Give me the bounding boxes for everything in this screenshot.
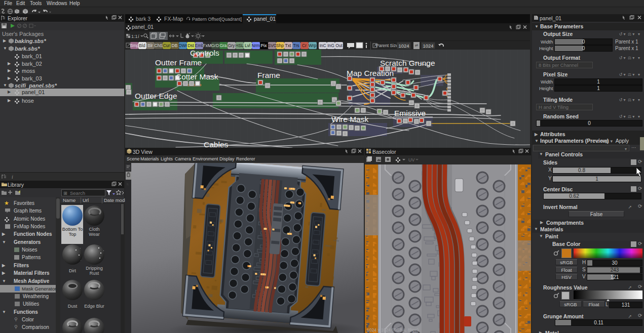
- svg-text:i: i: [138, 33, 139, 39]
- svg-text:1024 x 1024 (RGBA, 8bpc): 1024 x 1024 (RGBA, 8bpc): [367, 327, 419, 332]
- svg-text:Cables: Cables: [204, 140, 228, 148]
- svg-text:Cotter Mask: Cotter Mask: [176, 72, 218, 81]
- svg-text:Controls: Controls: [190, 50, 219, 57]
- svg-text:Emissive: Emissive: [394, 109, 426, 117]
- svg-text:Outter Edge: Outter Edge: [135, 92, 177, 100]
- svg-text:1:1: 1:1: [131, 34, 138, 39]
- svg-text:Map Creation: Map Creation: [347, 69, 394, 77]
- svg-text:i: i: [12, 174, 13, 180]
- svg-text:Wire Mask: Wire Mask: [331, 115, 368, 123]
- svg-text:Frame: Frame: [257, 71, 280, 79]
- svg-text:Outter Frame: Outter Frame: [155, 58, 202, 67]
- svg-text:Scratch Grunge: Scratch Grunge: [380, 59, 435, 67]
- svg-text:UV: UV: [408, 157, 415, 162]
